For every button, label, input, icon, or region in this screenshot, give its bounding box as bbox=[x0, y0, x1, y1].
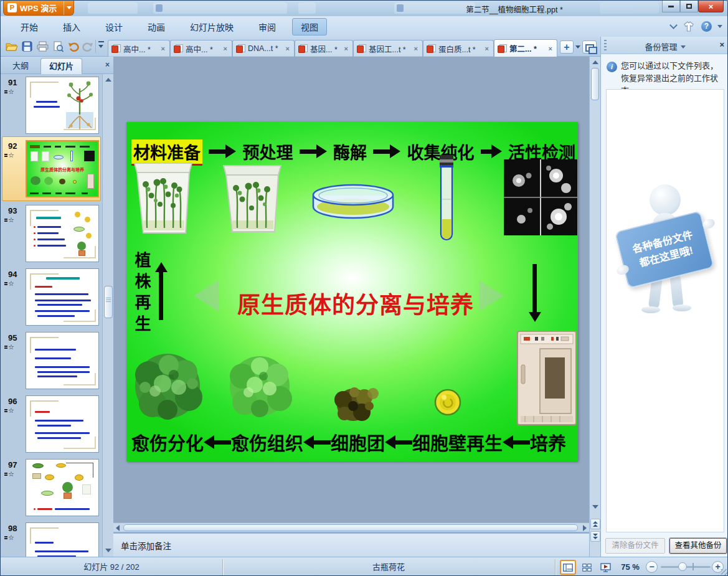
next-slide-button[interactable] bbox=[590, 531, 600, 542]
close-tab-icon[interactable]: × bbox=[412, 45, 420, 52]
menu-item-review[interactable]: 审阅 bbox=[250, 18, 285, 35]
previous-slide-button[interactable] bbox=[590, 519, 600, 529]
flow-step-cell-wall-regeneration: 细胞壁再生 bbox=[412, 429, 503, 455]
menu-item-design[interactable]: 设计 bbox=[97, 18, 131, 35]
wps-app-button[interactable]: P WPS 演示 bbox=[3, 1, 74, 16]
more-options-caret-icon[interactable] bbox=[717, 25, 722, 28]
microscopy-image bbox=[504, 159, 577, 235]
notes-placeholder: 单击添加备注 bbox=[121, 542, 171, 551]
ppt-file-icon bbox=[298, 44, 308, 53]
document-tab[interactable]: 高中... * × bbox=[170, 40, 232, 57]
ghost-window-artifact bbox=[88, 2, 138, 14]
slide-thumbnail-93[interactable]: 93 bbox=[1, 205, 102, 267]
document-tab[interactable]: DNA...t * × bbox=[232, 40, 295, 57]
print-preview-button[interactable] bbox=[51, 39, 65, 54]
horizontal-scrollbar[interactable] bbox=[113, 522, 589, 532]
flow-step-callus-differentiation: 愈伤分化 bbox=[131, 429, 204, 455]
slide-thumbnail-94[interactable]: 94 bbox=[1, 268, 102, 331]
zoom-out-button[interactable]: − bbox=[646, 561, 658, 573]
thumbnail-image bbox=[26, 77, 99, 134]
scroll-right-icon[interactable] bbox=[583, 525, 587, 531]
slideshow-button[interactable] bbox=[597, 560, 613, 575]
zoom-slider-thumb[interactable] bbox=[678, 562, 687, 571]
document-tab[interactable]: 蛋白质...t * × bbox=[423, 40, 494, 57]
panel-dropdown-icon bbox=[681, 45, 686, 49]
skin-shirt-icon[interactable] bbox=[682, 21, 696, 32]
toolbar-options-button[interactable] bbox=[98, 41, 106, 51]
sidebar-scrollbar-thumb[interactable] bbox=[104, 286, 113, 318]
close-sidebar-icon[interactable]: × bbox=[105, 60, 110, 69]
close-tab-icon[interactable]: × bbox=[159, 45, 167, 52]
open-file-button[interactable] bbox=[4, 39, 19, 54]
view-other-backups-button[interactable]: 查看其他备份 bbox=[669, 538, 727, 554]
slide-canvas[interactable]: 材料准备 预处理 酶解 收集纯化 活性检测 bbox=[126, 122, 578, 461]
scroll-up-icon[interactable] bbox=[104, 75, 112, 83]
menu-item-animation[interactable]: 动画 bbox=[139, 18, 174, 35]
close-tab-icon[interactable]: × bbox=[547, 45, 554, 52]
slide-thumbnail-95[interactable]: 95 bbox=[1, 332, 102, 394]
template-name: 古瓶荷花 bbox=[222, 557, 555, 576]
maximize-button[interactable] bbox=[680, 1, 698, 12]
slide-number: 98 bbox=[8, 524, 24, 533]
slide-thumbnail-91[interactable]: 91 bbox=[1, 77, 102, 139]
menu-item-slideshow[interactable]: 幻灯片放映 bbox=[181, 18, 242, 35]
petri-dish-photo bbox=[311, 182, 395, 222]
redo-button[interactable] bbox=[80, 39, 95, 54]
slide-thumbnail-98[interactable]: 98 bbox=[1, 522, 102, 557]
scroll-down-icon[interactable] bbox=[104, 546, 112, 554]
collapse-ribbon-icon[interactable] bbox=[669, 21, 678, 29]
sidebar-scrollbar[interactable] bbox=[102, 74, 113, 557]
help-icon[interactable]: ? bbox=[701, 21, 712, 32]
close-button[interactable]: × bbox=[698, 1, 724, 12]
left-label-plant-regeneration: 植株再生 bbox=[130, 252, 153, 336]
tab-slides[interactable]: 幻灯片 bbox=[40, 58, 82, 74]
tab-outline[interactable]: 大纲 bbox=[4, 58, 37, 74]
close-tab-icon[interactable]: × bbox=[284, 45, 291, 52]
arrange-windows-button[interactable] bbox=[582, 40, 597, 54]
app-menu-dropdown[interactable] bbox=[64, 1, 73, 15]
vertical-scrollbar-thumb[interactable] bbox=[591, 68, 599, 100]
document-tab-active[interactable]: 第二... * × bbox=[494, 39, 557, 57]
ghost-triangle-right bbox=[479, 280, 504, 311]
flow-step-pretreatment: 预处理 bbox=[243, 139, 293, 164]
callus-photo-bright-green bbox=[224, 350, 298, 425]
thumbnail-image: 原生质体的分离与培养 bbox=[26, 140, 99, 197]
slide-number: 92 bbox=[8, 141, 24, 151]
menu-item-view[interactable]: 视图 bbox=[292, 18, 327, 35]
flow-step-callus-tissue: 愈伤组织 bbox=[231, 429, 303, 455]
backup-panel-title[interactable]: 备份管理 bbox=[601, 40, 728, 52]
close-panel-icon[interactable]: × bbox=[719, 40, 724, 49]
close-tab-icon[interactable]: × bbox=[343, 45, 350, 52]
undo-button[interactable] bbox=[67, 39, 81, 54]
normal-view-button[interactable] bbox=[560, 560, 576, 575]
backup-file-list[interactable]: 各种备份文件 都在这里哦! bbox=[606, 89, 724, 532]
menu-item-home[interactable]: 开始 bbox=[12, 18, 47, 35]
window-resize-grip[interactable] bbox=[721, 569, 727, 575]
new-tab-button[interactable]: + bbox=[560, 40, 574, 54]
print-button[interactable] bbox=[35, 39, 50, 54]
scroll-up-icon[interactable] bbox=[591, 58, 600, 67]
document-tab[interactable]: 基因工...t * × bbox=[353, 40, 423, 57]
left-arrow bbox=[513, 440, 530, 445]
close-tab-icon[interactable]: × bbox=[222, 45, 229, 52]
close-tab-icon[interactable]: × bbox=[483, 45, 491, 52]
notes-pane[interactable]: 单击添加备注 bbox=[113, 533, 589, 557]
ghost-triangle-left bbox=[194, 280, 219, 311]
clear-backup-button: 清除备份文件 bbox=[605, 538, 665, 554]
slide-thumbnail-97[interactable]: 97 bbox=[1, 459, 102, 521]
tab-list-caret-icon[interactable] bbox=[575, 45, 580, 49]
document-tab[interactable]: 基因... * × bbox=[295, 40, 353, 57]
slide-thumbnail-96[interactable]: 96 bbox=[1, 395, 102, 458]
scroll-left-icon[interactable] bbox=[116, 525, 120, 531]
horizontal-scrollbar-thumb[interactable] bbox=[123, 524, 578, 531]
minimize-button[interactable] bbox=[662, 1, 680, 12]
vertical-scrollbar[interactable] bbox=[589, 57, 600, 557]
save-button[interactable] bbox=[20, 39, 34, 54]
slide-panel-sidebar: 大纲 幻灯片 × 91 bbox=[1, 57, 113, 557]
scroll-down-icon[interactable] bbox=[591, 503, 600, 511]
slide-sorter-view-button[interactable] bbox=[579, 560, 595, 575]
document-tab-label: 高中... * bbox=[123, 43, 151, 55]
document-tab[interactable]: 高中... * × bbox=[108, 40, 170, 57]
menu-item-insert[interactable]: 插入 bbox=[54, 18, 89, 35]
slide-thumbnail-92-selected[interactable]: 92 原生质体的分离与培养 bbox=[1, 140, 102, 202]
